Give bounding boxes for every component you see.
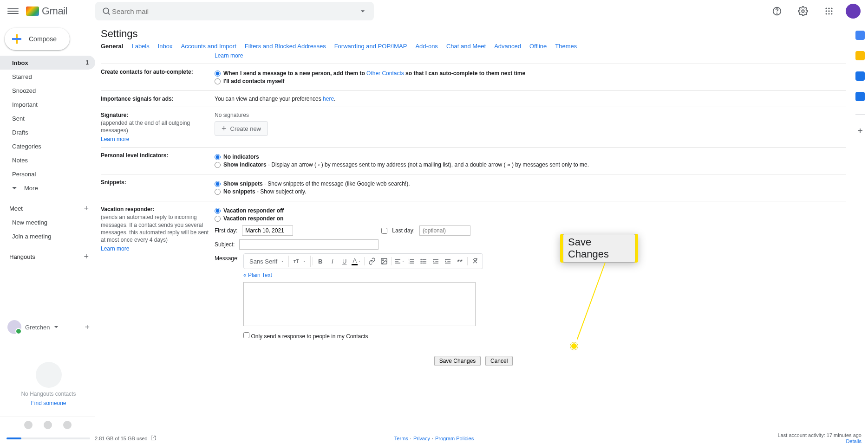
keep-icon[interactable] [855,51,865,60]
settings-body[interactable]: Learn more Create contacts for auto-comp… [95,52,852,433]
indicators-option-none[interactable]: No indicators [215,154,846,160]
find-someone-link[interactable]: Find someone [31,400,66,406]
terms-link[interactable]: Terms [394,436,408,441]
radio-input[interactable] [215,181,221,187]
tab-offline[interactable]: Offline [529,43,547,50]
account-avatar[interactable] [846,4,861,19]
details-link[interactable]: Details [846,438,861,444]
gmail-logo-icon [26,6,39,16]
last-day-checkbox[interactable] [381,228,387,234]
sidebar-item-drafts[interactable]: Drafts [0,125,95,139]
support-icon[interactable] [768,2,786,20]
search-icon[interactable] [101,6,112,17]
tab-chat-meet[interactable]: Chat and Meet [446,43,486,50]
insert-link-button[interactable] [366,256,378,267]
sidebar-item-new-meeting[interactable]: New meeting [0,215,95,229]
remove-formatting-button[interactable] [470,256,481,267]
snippets-option-show[interactable]: Show snippets - Show snippets of the mes… [215,180,846,187]
tab-add-ons[interactable]: Add-ons [415,43,437,50]
vacation-message-input[interactable] [243,282,476,326]
only-contacts-checkbox[interactable] [243,332,249,338]
indent-less-button[interactable] [430,256,441,267]
font-size-select[interactable]: тT [290,256,311,267]
cancel-button[interactable]: Cancel [485,356,513,366]
sidebar-item-join-meeting[interactable]: Join a meeting [0,229,95,243]
hangouts-tab-person-icon[interactable] [24,421,33,429]
insert-photo-button[interactable] [379,256,390,267]
radio-input[interactable] [215,162,221,168]
apps-grid-icon[interactable] [820,2,838,20]
privacy-link[interactable]: Privacy [413,436,430,441]
subject-input[interactable] [239,239,379,250]
radio-input[interactable] [215,154,221,160]
last-day-input[interactable] [419,225,470,236]
save-changes-button[interactable]: Save Changes [434,356,481,366]
program-policies-link[interactable]: Program Policies [435,436,474,441]
sidebar-item-sent[interactable]: Sent [0,111,95,125]
new-conversation-icon[interactable]: + [85,322,90,332]
hangouts-tab-phone-icon[interactable] [63,421,72,429]
indent-more-button[interactable] [442,256,453,267]
sidebar-item-personal[interactable]: Personal [0,167,95,181]
learn-more-link[interactable]: Learn more [101,136,129,142]
tab-forwarding-pop-imap[interactable]: Forwarding and POP/IMAP [334,43,407,50]
settings-gear-icon[interactable] [794,2,812,20]
vacation-option-on[interactable]: Vacation responder on [215,215,846,222]
tasks-icon[interactable] [855,71,865,81]
learn-more-link[interactable]: Learn more [101,245,129,252]
tab-themes[interactable]: Themes [555,43,577,50]
bold-button[interactable]: B [315,256,326,267]
italic-button[interactable]: I [327,256,338,267]
bulleted-list-button[interactable] [418,256,429,267]
plain-text-link[interactable]: « Plain Text [243,272,272,278]
hangouts-user-chip[interactable]: Gretchen + [7,320,90,334]
contacts-icon[interactable] [855,92,865,101]
create-signature-button[interactable]: + Create new [215,121,268,136]
sidebar-item-important[interactable]: Important [0,97,95,111]
tab-general[interactable]: General [101,43,123,50]
snippets-option-none[interactable]: No snippets - Show subject only. [215,188,846,195]
radio-input[interactable] [215,189,221,195]
tab-accounts-import[interactable]: Accounts and Import [181,43,236,50]
numbered-list-button[interactable] [406,256,417,267]
hangouts-tab-chat-icon[interactable] [44,421,52,429]
quote-button[interactable] [454,256,465,267]
radio-input[interactable] [215,78,221,84]
ads-here-link[interactable]: here [323,96,334,102]
sidebar-item-inbox[interactable]: Inbox 1 [0,56,95,70]
other-contacts-link[interactable]: Other Contacts [366,70,404,77]
learn-more-link[interactable]: Learn more [215,52,243,59]
compose-button[interactable]: Compose [5,28,70,50]
search-box[interactable] [95,2,374,20]
get-addons-icon[interactable]: + [857,126,863,136]
indicators-option-show[interactable]: Show indicators - Display an arrow ( › )… [215,161,846,168]
text-color-button[interactable]: A [351,256,362,267]
autocomplete-option-manual[interactable]: I'll add contacts myself [215,78,846,84]
indent-decrease-icon [432,257,439,265]
tab-labels[interactable]: Labels [131,43,149,50]
radio-input[interactable] [215,208,221,214]
first-day-input[interactable] [242,225,293,236]
sidebar-item-snoozed[interactable]: Snoozed [0,84,95,97]
underline-button[interactable]: U [339,256,350,267]
tab-filters-blocked[interactable]: Filters and Blocked Addresses [245,43,326,50]
font-family-select[interactable]: Sans Serif [246,256,289,267]
search-options-icon[interactable] [357,6,368,17]
align-button[interactable] [394,256,405,267]
tab-inbox[interactable]: Inbox [158,43,173,50]
vacation-option-off[interactable]: Vacation responder off [215,207,846,214]
sidebar-item-categories[interactable]: Categories [0,139,95,153]
sidebar-item-notes[interactable]: Notes [0,153,95,167]
sidebar-item-starred[interactable]: Starred [0,70,95,84]
svg-point-13 [831,13,832,14]
calendar-icon[interactable] [855,31,865,40]
radio-input[interactable] [215,216,221,222]
only-contacts-option[interactable]: Only send a response to people in my Con… [243,333,368,340]
sidebar-item-more[interactable]: More [0,181,95,195]
menu-icon[interactable] [7,6,19,17]
autocomplete-option-add[interactable]: When I send a message to a new person, a… [215,70,846,77]
search-input[interactable] [112,7,357,15]
open-in-new-icon[interactable] [150,435,156,442]
tab-advanced[interactable]: Advanced [494,43,521,50]
radio-input[interactable] [215,71,221,77]
